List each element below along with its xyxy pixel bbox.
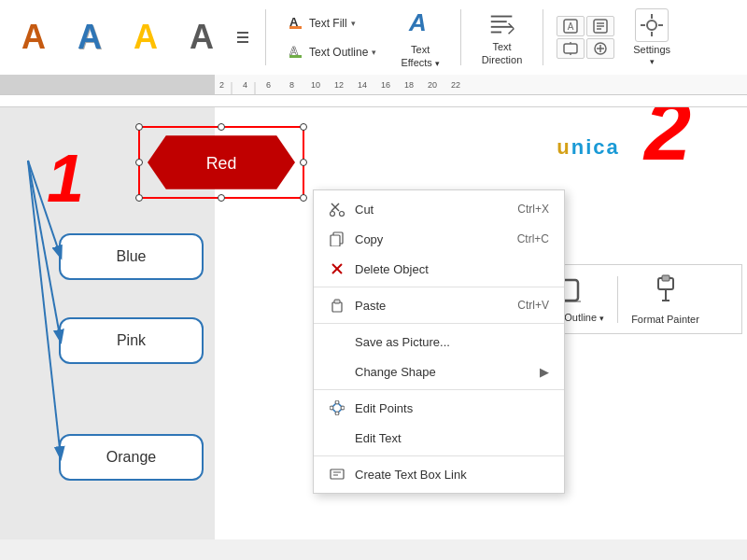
paste-icon bbox=[329, 297, 345, 314]
handle-ml[interactable] bbox=[135, 159, 143, 166]
handle-tl[interactable] bbox=[135, 123, 143, 131]
edit-points-icon bbox=[329, 399, 345, 416]
ctx-create-textbox-link[interactable]: Create Text Box Link bbox=[314, 459, 564, 489]
svg-text:8: 8 bbox=[289, 80, 294, 90]
textbox-link-icon bbox=[329, 466, 345, 483]
save-picture-icon bbox=[329, 333, 345, 350]
handle-bc[interactable] bbox=[218, 194, 225, 202]
ctx-create-textbox-link-label: Create Text Box Link bbox=[355, 468, 467, 482]
text-outline-icon: A bbox=[289, 42, 305, 62]
handle-mr[interactable] bbox=[300, 159, 307, 166]
handle-bl[interactable] bbox=[135, 194, 143, 202]
ctx-paste[interactable]: Paste Ctrl+V bbox=[314, 290, 564, 320]
svg-text:16: 16 bbox=[381, 80, 390, 90]
svg-line-10 bbox=[508, 29, 514, 35]
svg-point-70 bbox=[335, 400, 339, 404]
small-icons-group: A bbox=[557, 16, 614, 59]
unica-rest: nica bbox=[571, 135, 620, 159]
ctx-delete-label: Delete Object bbox=[355, 262, 429, 276]
svg-rect-56 bbox=[662, 275, 669, 281]
text-direction-button[interactable]: Text Direction bbox=[474, 6, 529, 69]
text-effects-icon: A bbox=[407, 7, 433, 42]
format-painter-button[interactable]: Format Painter bbox=[622, 271, 709, 329]
ruler-white-section: 2 4 6 8 10 12 14 16 18 20 22 bbox=[215, 75, 747, 95]
change-shape-icon bbox=[329, 363, 345, 380]
unica-u: u bbox=[557, 135, 571, 159]
text-fill-icon: A bbox=[289, 13, 305, 33]
svg-rect-1 bbox=[289, 26, 302, 29]
settings-button[interactable]: Settings ▾ bbox=[629, 5, 674, 70]
svg-text:10: 10 bbox=[311, 80, 320, 90]
ribbon-divider-3 bbox=[543, 9, 543, 65]
font-a-gray[interactable]: A bbox=[177, 18, 226, 57]
ctx-delete[interactable]: Delete Object bbox=[314, 254, 564, 284]
ctx-save-picture[interactable]: Save as Picture... bbox=[314, 327, 564, 357]
svg-point-72 bbox=[335, 412, 339, 415]
blue-shape-container: Blue bbox=[59, 233, 204, 280]
text-effects-sublabel: Effects ▾ bbox=[401, 57, 439, 68]
handle-br[interactable] bbox=[300, 194, 307, 202]
pink-shape-container: Pink bbox=[59, 317, 204, 364]
format-painter-label: Format Painter bbox=[631, 314, 699, 325]
copy-icon bbox=[329, 231, 345, 247]
text-fill-button[interactable]: A Text Fill ▾ bbox=[283, 10, 382, 35]
svg-rect-68 bbox=[334, 300, 340, 303]
ctx-copy-shortcut: Ctrl+C bbox=[517, 232, 549, 245]
ribbon: A A A A A Text Fill ▾ A Text Outline ▾ bbox=[0, 0, 747, 107]
text-outline-label: Text Outline bbox=[309, 46, 368, 59]
text-outline-dropdown[interactable]: ▾ bbox=[372, 48, 376, 57]
handle-tc[interactable] bbox=[218, 123, 225, 131]
text-direction-sublabel: Direction bbox=[482, 54, 522, 65]
font-a-orange[interactable]: A bbox=[9, 18, 58, 57]
pink-shape[interactable]: Pink bbox=[59, 317, 204, 364]
icon-box-2[interactable] bbox=[586, 16, 614, 36]
ctx-cut[interactable]: Cut Ctrl+X bbox=[314, 194, 564, 224]
font-more-button[interactable] bbox=[233, 28, 252, 47]
icon-box-3[interactable] bbox=[557, 38, 585, 59]
ctx-change-shape[interactable]: Change Shape ▶ bbox=[314, 357, 564, 386]
svg-point-71 bbox=[341, 406, 345, 410]
annotation-1: 1 bbox=[47, 145, 84, 212]
svg-text:A: A bbox=[408, 8, 427, 36]
orange-shape[interactable]: Orange bbox=[59, 434, 204, 481]
ribbon-divider-2 bbox=[460, 9, 461, 65]
svg-rect-64 bbox=[331, 235, 340, 246]
ctx-separator-1 bbox=[314, 287, 564, 287]
icon-box-4[interactable] bbox=[586, 38, 614, 59]
text-effects-button[interactable]: A Text Effects ▾ bbox=[393, 3, 446, 72]
text-fill-dropdown[interactable]: ▾ bbox=[351, 19, 356, 28]
font-a-gold[interactable]: A bbox=[121, 18, 170, 57]
ctx-cut-label: Cut bbox=[355, 203, 374, 217]
icon-row-1: A bbox=[557, 16, 614, 36]
svg-text:4: 4 bbox=[243, 80, 247, 90]
settings-dropdown[interactable]: ▾ bbox=[650, 57, 655, 66]
svg-point-61 bbox=[331, 212, 335, 217]
ctx-edit-points-label: Edit Points bbox=[355, 401, 413, 415]
delete-icon bbox=[329, 260, 345, 277]
ctx-copy[interactable]: Copy Ctrl+C bbox=[314, 224, 564, 254]
ctx-save-picture-label: Save as Picture... bbox=[355, 335, 450, 349]
svg-rect-74 bbox=[331, 469, 344, 479]
text-direction-label: Text bbox=[492, 41, 511, 52]
ctx-edit-text[interactable]: Edit Text bbox=[314, 423, 564, 453]
ctx-separator-3 bbox=[314, 389, 564, 390]
icon-row-2 bbox=[557, 38, 614, 59]
context-menu: Cut Ctrl+X Copy Ctrl+C Delete Object Pas… bbox=[313, 189, 565, 494]
ctx-edit-points[interactable]: Edit Points bbox=[314, 393, 564, 423]
icon-box-1[interactable]: A bbox=[557, 16, 585, 36]
svg-point-73 bbox=[330, 406, 333, 410]
handle-tr[interactable] bbox=[300, 123, 307, 131]
svg-text:22: 22 bbox=[451, 80, 460, 90]
orange-shape-container: Orange bbox=[59, 434, 204, 481]
svg-text:Red: Red bbox=[206, 154, 237, 173]
font-a-blue[interactable]: A bbox=[65, 18, 114, 57]
svg-text:12: 12 bbox=[334, 80, 344, 90]
ctx-copy-label: Copy bbox=[355, 232, 383, 246]
text-outline-button[interactable]: A Text Outline ▾ bbox=[283, 39, 382, 64]
ctx-paste-shortcut: Ctrl+V bbox=[517, 299, 549, 312]
blue-shape[interactable]: Blue bbox=[59, 233, 204, 280]
red-shape[interactable]: Red bbox=[148, 135, 295, 189]
ctx-separator-4 bbox=[314, 455, 564, 456]
canvas-area: unica 1 Red Blue bbox=[0, 107, 747, 539]
svg-rect-17 bbox=[564, 44, 577, 53]
